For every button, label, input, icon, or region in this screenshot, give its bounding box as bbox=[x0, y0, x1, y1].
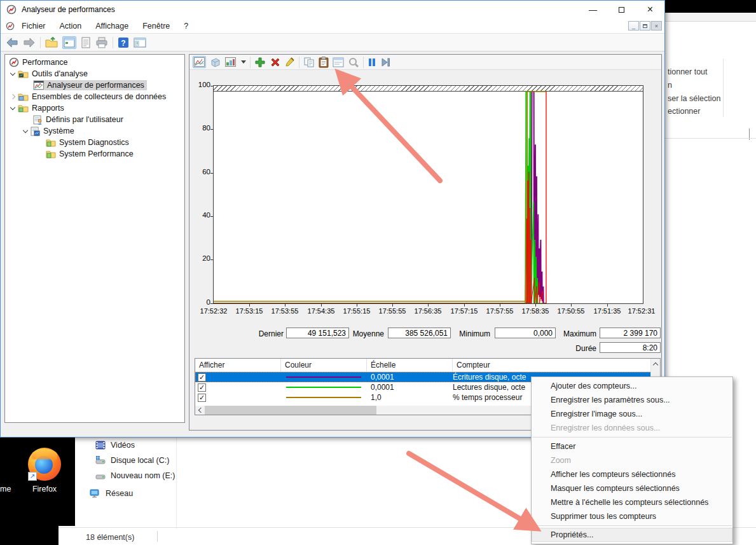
child-minimize-button[interactable]: _ bbox=[628, 21, 639, 31]
chart-type-dropdown-icon[interactable] bbox=[240, 60, 246, 64]
freeze-display-icon[interactable] bbox=[368, 57, 376, 67]
menu-action[interactable]: Action bbox=[53, 22, 89, 31]
nav-item-label: Vidéos bbox=[111, 441, 135, 450]
tree-item-outils-danalyse[interactable]: Outils d'analyse bbox=[5, 68, 184, 79]
perfmon-icon bbox=[9, 57, 19, 67]
scrollbar-thumb[interactable] bbox=[205, 406, 376, 415]
menu-item-mettre-a-echelle[interactable]: Mettre à l'échelle les compteurs sélecti… bbox=[532, 495, 732, 509]
checkbox-checked[interactable]: ✓ bbox=[198, 373, 206, 382]
menu-item-masquer-compteurs[interactable]: Masquer les compteurs sélectionnés bbox=[532, 481, 732, 495]
maximize-button[interactable] bbox=[607, 1, 636, 18]
chart-plot-area bbox=[213, 85, 643, 304]
ribbon-item-invert-selection[interactable]: ser la sélection bbox=[668, 94, 720, 103]
stat-maximum-label: Maximum bbox=[556, 329, 596, 338]
properties-icon[interactable] bbox=[333, 57, 344, 67]
explorer-nav-reseau[interactable]: Réseau bbox=[89, 488, 133, 499]
chevron-down-icon[interactable] bbox=[8, 107, 18, 109]
update-data-icon[interactable] bbox=[380, 57, 390, 67]
col-header-afficher[interactable]: Afficher bbox=[195, 359, 281, 371]
folder-data-icon bbox=[18, 92, 29, 101]
counter-color-line bbox=[286, 387, 361, 388]
forward-icon[interactable] bbox=[23, 37, 36, 48]
copy-properties-icon[interactable] bbox=[303, 57, 315, 68]
view-histogram-icon[interactable] bbox=[210, 57, 221, 67]
back-icon[interactable] bbox=[6, 37, 18, 48]
scroll-left-icon[interactable] bbox=[195, 406, 205, 415]
menu-item-ajouter-des-compteurs[interactable]: Ajouter des compteurs... bbox=[532, 379, 732, 393]
highlight-icon[interactable] bbox=[285, 57, 295, 68]
checkbox-checked[interactable]: ✓ bbox=[198, 383, 206, 392]
paste-counter-list-icon[interactable] bbox=[319, 57, 329, 68]
videos-icon bbox=[95, 440, 106, 450]
network-icon bbox=[89, 488, 100, 499]
child-restore-button[interactable] bbox=[640, 21, 650, 31]
explorer-nav-videos[interactable]: Vidéos bbox=[95, 440, 135, 450]
menu-item-proprietes[interactable]: Propriétés... bbox=[532, 528, 732, 542]
ribbon-item-select-none[interactable]: n bbox=[668, 81, 672, 90]
document-icon[interactable] bbox=[81, 37, 91, 48]
y-tick-label: 100 bbox=[189, 81, 210, 88]
child-close-button[interactable]: × bbox=[651, 21, 662, 31]
view-report-icon[interactable] bbox=[225, 57, 236, 67]
menu-item-effacer[interactable]: Effacer bbox=[532, 439, 732, 453]
checkbox-checked[interactable]: ✓ bbox=[198, 394, 206, 402]
status-bar-divider bbox=[157, 531, 158, 542]
show-window-icon[interactable] bbox=[62, 36, 76, 49]
menu-item-supprimer-tous[interactable]: Supprimer tous les compteurs bbox=[532, 509, 732, 523]
col-header-echelle[interactable]: Échelle bbox=[367, 359, 453, 371]
x-tick-label: 17:54:35 bbox=[302, 307, 340, 315]
help-icon[interactable]: ? bbox=[118, 37, 129, 48]
tree-item-system-performance[interactable]: System Performance bbox=[5, 148, 184, 160]
counter-scale: 1,0 bbox=[367, 392, 453, 403]
menu-item-enregistrer-image[interactable]: Enregistrer l'image sous... bbox=[532, 407, 732, 421]
menu-item-enregistrer-parametres[interactable]: Enregistrer les paramètres sous... bbox=[532, 393, 732, 407]
explorer-nav-disque-c[interactable]: Disque local (C:) bbox=[95, 455, 169, 466]
menu-aide[interactable]: ? bbox=[177, 22, 195, 31]
menu-item-afficher-compteurs[interactable]: Afficher les compteurs sélectionnés bbox=[532, 467, 732, 481]
tree-item-analyseur-de-performances[interactable]: Analyseur de performances bbox=[5, 79, 184, 91]
chevron-down-icon[interactable] bbox=[8, 73, 18, 75]
add-counter-icon[interactable] bbox=[254, 57, 266, 68]
chevron-down-icon[interactable] bbox=[20, 130, 31, 132]
x-tick-label: 17:51:35 bbox=[588, 307, 626, 315]
minimize-button[interactable]: — bbox=[579, 1, 607, 18]
close-button[interactable]: × bbox=[636, 1, 664, 18]
stat-minimum-label: Minimum bbox=[450, 329, 490, 338]
col-header-couleur[interactable]: Couleur bbox=[281, 359, 367, 371]
chart-toolbar bbox=[189, 55, 661, 70]
window-title: Analyseur de performances bbox=[22, 5, 115, 14]
menu-fenetre[interactable]: Fenêtre bbox=[135, 22, 177, 31]
report-green-icon bbox=[46, 138, 56, 147]
col-header-compteur[interactable]: Compteur bbox=[453, 359, 644, 371]
partial-shortcut-label[interactable]: me bbox=[0, 485, 11, 493]
drive-c-icon bbox=[95, 455, 106, 466]
zoom-icon[interactable] bbox=[348, 57, 359, 68]
ribbon-item-select-all[interactable]: tionner tout bbox=[668, 67, 708, 76]
scroll-up-icon[interactable] bbox=[651, 359, 660, 369]
menu-affichage[interactable]: Affichage bbox=[88, 22, 135, 31]
print-icon[interactable] bbox=[95, 37, 108, 48]
menu-fichier[interactable]: Fichier bbox=[15, 22, 53, 31]
tree-item-performance[interactable]: Performance bbox=[5, 57, 184, 68]
chart-icon bbox=[34, 81, 44, 90]
tree-item-system-diagnostics[interactable]: System Diagnostics bbox=[5, 137, 184, 148]
chevron-right-icon[interactable] bbox=[8, 95, 18, 99]
explorer-nav-nouveau-nom-e[interactable]: Nouveau nom (E:) bbox=[95, 471, 175, 481]
menu-item-enregistrer-donnees: Enregistrer les données sous... bbox=[532, 421, 732, 435]
firefox-shortcut-label[interactable]: Firefox bbox=[18, 485, 71, 493]
tree-item-ensembles-de-collecteurs[interactable]: Ensembles de collecteurs de données bbox=[5, 91, 184, 102]
tree-item-systeme[interactable]: Système bbox=[5, 125, 184, 137]
report-system-icon bbox=[31, 127, 40, 136]
folder-chart-icon bbox=[18, 69, 29, 78]
console-tree-icon[interactable] bbox=[134, 38, 146, 48]
tree-item-definis-par-utilisateur[interactable]: Définis par l'utilisateur bbox=[5, 114, 184, 125]
desktop-gap bbox=[58, 438, 75, 526]
export-icon[interactable] bbox=[45, 37, 58, 48]
tree-item-rapports[interactable]: Rapports bbox=[5, 102, 184, 114]
x-tick-label: 17:53:15 bbox=[230, 307, 268, 315]
menu-bar: Fichier Action Affichage Fenêtre ? _ × bbox=[1, 18, 664, 34]
console-tree-pane: Performance Outils d'analyse Analyseur d… bbox=[4, 54, 185, 423]
view-chart-icon[interactable] bbox=[193, 56, 206, 68]
title-bar[interactable]: Analyseur de performances — × bbox=[1, 1, 664, 18]
delete-counter-icon[interactable] bbox=[270, 57, 281, 68]
